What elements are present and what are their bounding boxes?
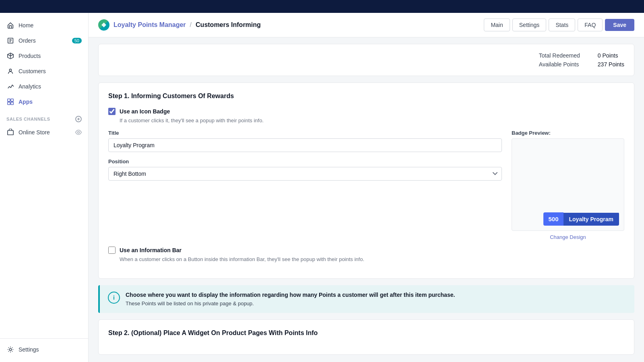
left-form-area: Title Position Right Bottom Left Bottom … — [108, 130, 502, 240]
svg-rect-5 — [11, 102, 13, 105]
stat-row-available: Available Points 237 Points — [539, 61, 624, 68]
available-points-label: Available Points — [539, 61, 591, 68]
info-bar-desc: When a customer clicks on a Button insid… — [120, 256, 624, 262]
badge-text: Loyalty Program — [564, 213, 619, 226]
info-title: Choose where you want to display the inf… — [126, 292, 455, 298]
sales-channels-section: SALES CHANNELS — [0, 109, 88, 125]
sidebar-item-label: Orders — [19, 37, 36, 44]
products-icon — [6, 52, 14, 60]
info-bar-label[interactable]: Use an Information Bar — [120, 247, 182, 253]
available-points-value: 237 Points — [598, 61, 624, 68]
customers-icon — [6, 67, 14, 75]
icon-badge-label[interactable]: Use an Icon Badge — [120, 108, 170, 115]
orders-icon — [6, 37, 14, 45]
icon-badge-checkbox[interactable] — [108, 108, 116, 115]
sidebar-item-products[interactable]: Products — [0, 48, 88, 64]
sidebar-item-label: Home — [19, 22, 33, 29]
orders-badge: 50 — [72, 38, 82, 43]
content-body: Total Redeemed 0 Points Available Points… — [89, 37, 644, 362]
sidebar-item-label: Apps — [19, 99, 33, 105]
eye-icon[interactable] — [75, 129, 82, 136]
analytics-icon — [6, 82, 14, 90]
step2-card: Step 2. (Optional) Place A Widget On Pro… — [98, 319, 634, 355]
info-content: Choose where you want to display the inf… — [126, 292, 455, 306]
sidebar-item-label: Products — [19, 53, 41, 59]
position-label: Position — [108, 158, 502, 165]
tab-stats[interactable]: Stats — [549, 19, 575, 31]
form-row: Title Position Right Bottom Left Bottom … — [108, 130, 624, 240]
home-icon — [6, 21, 14, 29]
sidebar-item-label: Analytics — [19, 83, 41, 90]
info-box: i Choose where you want to display the i… — [98, 285, 634, 313]
total-redeemed-value: 0 Points — [598, 52, 618, 59]
svg-point-9 — [9, 348, 11, 350]
title-input[interactable] — [108, 138, 502, 152]
tab-main[interactable]: Main — [484, 19, 510, 31]
badge-preview-container: Badge Preview: 500 Loyalty Program Chang… — [512, 130, 624, 240]
tab-faq[interactable]: FAQ — [578, 19, 603, 31]
save-button[interactable]: Save — [605, 19, 634, 31]
svg-rect-4 — [8, 102, 10, 105]
position-group: Position Right Bottom Left Bottom Right … — [108, 158, 502, 181]
step1-card: Step 1. Informing Customers Of Rewards U… — [98, 82, 634, 279]
badge-preview-label: Badge Preview: — [512, 130, 624, 136]
sidebar-item-orders[interactable]: Orders 50 — [0, 33, 88, 48]
svg-point-8 — [78, 132, 80, 134]
app-logo — [98, 19, 109, 31]
info-subtitle: These Points will be listed on his priva… — [126, 300, 455, 306]
badge-preview-area: 500 Loyalty Program — [512, 138, 624, 231]
summary-stats: Total Redeemed 0 Points Available Points… — [539, 52, 624, 68]
icon-badge-desc: If a customer clicks it, they'll see a p… — [120, 117, 624, 123]
stat-row-redeemed: Total Redeemed 0 Points — [539, 52, 624, 59]
sidebar-item-online-store[interactable]: Online Store — [0, 125, 88, 140]
position-select[interactable]: Right Bottom Left Bottom Right Top Left … — [108, 167, 502, 181]
sidebar-item-label: Online Store — [19, 129, 50, 136]
online-store-icon — [6, 128, 14, 136]
page-header: Loyalty Points Manager / Customers Infor… — [89, 13, 644, 37]
header-tabs: Main Settings Stats FAQ Save — [484, 19, 634, 31]
badge-count: 500 — [543, 212, 563, 226]
icon-badge-row: Use an Icon Badge — [108, 108, 624, 115]
change-design-link[interactable]: Change Design — [512, 234, 624, 240]
step1-title: Step 1. Informing Customers Of Rewards — [108, 93, 624, 100]
svg-rect-3 — [11, 99, 13, 101]
info-bar-row: Use an Information Bar — [108, 247, 624, 254]
sidebar-item-home[interactable]: Home — [0, 18, 88, 33]
info-bar-checkbox[interactable] — [108, 247, 116, 254]
summary-card: Total Redeemed 0 Points Available Points… — [98, 44, 634, 76]
sidebar-item-apps[interactable]: Apps — [0, 94, 88, 109]
info-icon: i — [108, 292, 120, 304]
top-bar — [0, 0, 644, 13]
svg-rect-7 — [8, 131, 13, 135]
svg-rect-2 — [8, 99, 10, 101]
sidebar-bottom: Settings — [0, 338, 88, 357]
settings-icon — [6, 346, 14, 354]
sidebar-item-label: Settings — [19, 346, 39, 353]
total-redeemed-label: Total Redeemed — [539, 52, 591, 59]
title-label: Title — [108, 130, 502, 136]
breadcrumb-parent[interactable]: Loyalty Points Manager — [114, 21, 186, 29]
svg-point-1 — [9, 69, 11, 71]
tab-settings[interactable]: Settings — [512, 19, 547, 31]
breadcrumb: Loyalty Points Manager / Customers Infor… — [98, 19, 261, 31]
step2-title: Step 2. (Optional) Place A Widget On Pro… — [108, 329, 624, 337]
sidebar-item-label: Customers — [19, 68, 46, 74]
sidebar-item-analytics[interactable]: Analytics — [0, 79, 88, 94]
main-content: Loyalty Points Manager / Customers Infor… — [89, 13, 644, 362]
breadcrumb-separator: / — [190, 21, 192, 29]
badge-preview-widget: 500 Loyalty Program — [543, 212, 619, 226]
breadcrumb-current: Customers Informing — [196, 21, 261, 29]
add-sales-channel-icon[interactable] — [75, 116, 82, 122]
apps-icon — [6, 98, 14, 106]
sidebar-item-settings[interactable]: Settings — [0, 342, 88, 357]
sidebar: Home Orders 50 Products — [0, 13, 89, 362]
title-group: Title — [108, 130, 502, 152]
sidebar-item-customers[interactable]: Customers — [0, 64, 88, 79]
